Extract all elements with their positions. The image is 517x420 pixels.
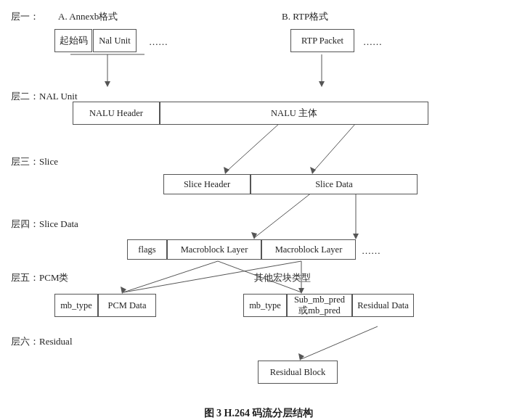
mb-type-pcm-box: mb_type [54,294,98,317]
caption: 图 3 H.264 码流分层结构 [0,403,517,420]
sub-mb-pred-box: Sub_mb_pred 或mb_pred [287,294,352,317]
rtp-packet-box: RTP Packet [290,29,354,52]
svg-line-9 [254,192,312,238]
svg-line-13 [123,261,218,292]
layer2-label: 层二：NAL Unit [11,90,78,103]
layer5-label: 层五：PCM类 [11,271,68,284]
svg-marker-4 [319,81,325,87]
svg-marker-20 [298,353,304,361]
layer5-other-label: 其他宏块类型 [254,271,311,284]
residual-block-box: Residual Block [258,361,338,384]
residual-data-box: Residual Data [352,294,414,317]
slice-data-box: Slice Data [251,174,418,194]
svg-marker-16 [298,288,304,294]
diagram: 层一： A. Annexb格式 B. RTP格式 起始码 Nal Unit ……… [0,0,517,403]
mb-type-other-box: mb_type [243,294,287,317]
flags-box: flags [127,239,167,260]
start-code-box: 起始码 [54,29,92,52]
nal-unit-small-box: Nal Unit [93,29,137,52]
svg-line-7 [312,123,356,173]
svg-marker-14 [121,287,126,294]
layer1-b-label: B. RTP格式 [282,10,328,23]
svg-line-5 [225,123,280,173]
layer1-a-label: A. Annexb格式 [58,10,118,23]
nalu-body-box: NALU 主体 [160,102,428,125]
layer1-label: 层一： [11,10,39,23]
svg-marker-12 [353,234,359,239]
svg-marker-10 [251,232,257,239]
ellipsis3: …… [362,245,380,257]
layer4-label: 层四：Slice Data [11,218,78,231]
layer6-label: 层六：Residual [11,335,73,348]
svg-marker-1 [105,81,110,87]
pcm-data-box: PCM Data [98,294,156,317]
layer3-label: 层三：Slice [11,155,58,168]
macroblock1-box: Macroblock Layer [167,239,261,260]
slice-header-box: Slice Header [163,174,251,194]
ellipsis1: …… [149,36,168,48]
diagram-svg [0,0,517,403]
ellipsis2: …… [363,36,382,48]
nalu-header-box: NALU Header [73,102,160,125]
macroblock2-box: Macroblock Layer [261,239,356,260]
svg-line-19 [301,326,378,359]
svg-marker-6 [224,167,229,174]
svg-marker-8 [310,167,316,174]
